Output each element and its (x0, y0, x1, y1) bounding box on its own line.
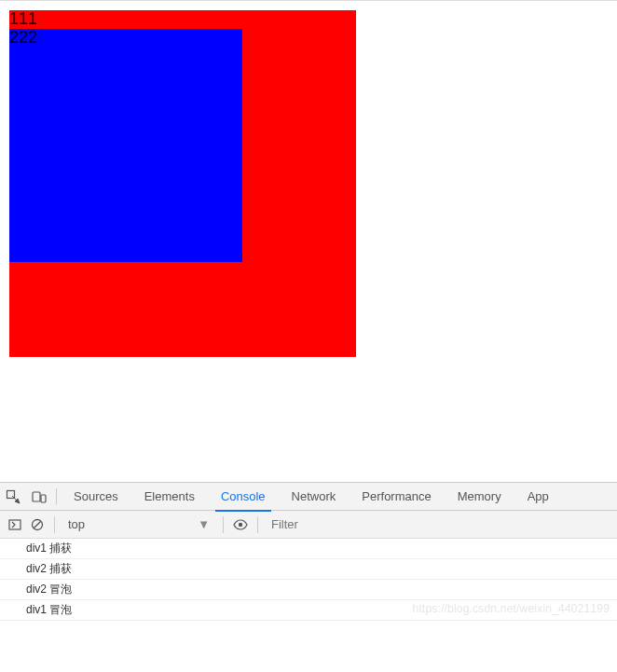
page-viewport: 111 222 (0, 1, 617, 482)
tab-performance[interactable]: Performance (349, 483, 444, 511)
log-row[interactable]: div1 冒泡 (0, 600, 617, 621)
console-output: div1 捕获 div2 捕获 div2 冒泡 div1 冒泡 (0, 539, 617, 621)
log-row[interactable]: div2 冒泡 (0, 580, 617, 600)
tab-network[interactable]: Network (279, 483, 350, 511)
tab-sources[interactable]: Sources (61, 483, 131, 511)
console-toolbar: top ▼ (0, 511, 617, 539)
context-label: top (68, 517, 85, 531)
svg-rect-2 (41, 495, 46, 502)
toolbar-separator (54, 516, 55, 533)
svg-rect-1 (33, 492, 40, 501)
tab-console[interactable]: Console (208, 483, 279, 511)
outer-div-text: 111 (9, 9, 37, 28)
tab-separator (56, 488, 57, 505)
execution-context-selector[interactable]: top ▼ (61, 517, 217, 531)
toolbar-separator (257, 516, 258, 533)
clear-console-icon[interactable] (26, 514, 48, 536)
tab-memory[interactable]: Memory (445, 483, 514, 511)
tab-application[interactable]: App (514, 483, 562, 511)
inner-blue-div[interactable]: 222 (9, 29, 242, 262)
console-sidebar-toggle-icon[interactable] (4, 514, 26, 536)
toolbar-separator (223, 516, 224, 533)
device-toggle-icon[interactable] (26, 484, 52, 510)
devtools-tabs: Sources Elements Console Network Perform… (0, 483, 617, 511)
inspect-icon[interactable] (0, 484, 26, 510)
outer-red-div[interactable]: 111 222 (9, 10, 356, 357)
devtools-panel: Sources Elements Console Network Perform… (0, 482, 617, 621)
tab-elements[interactable]: Elements (131, 483, 208, 511)
chevron-down-icon: ▼ (198, 517, 210, 531)
inner-div-text: 222 (9, 28, 37, 47)
svg-point-6 (239, 522, 242, 526)
log-row[interactable]: div1 捕获 (0, 539, 617, 559)
svg-line-5 (34, 521, 41, 528)
eye-icon[interactable] (229, 514, 252, 536)
filter-input[interactable] (264, 514, 613, 536)
log-row[interactable]: div2 捕获 (0, 559, 617, 580)
